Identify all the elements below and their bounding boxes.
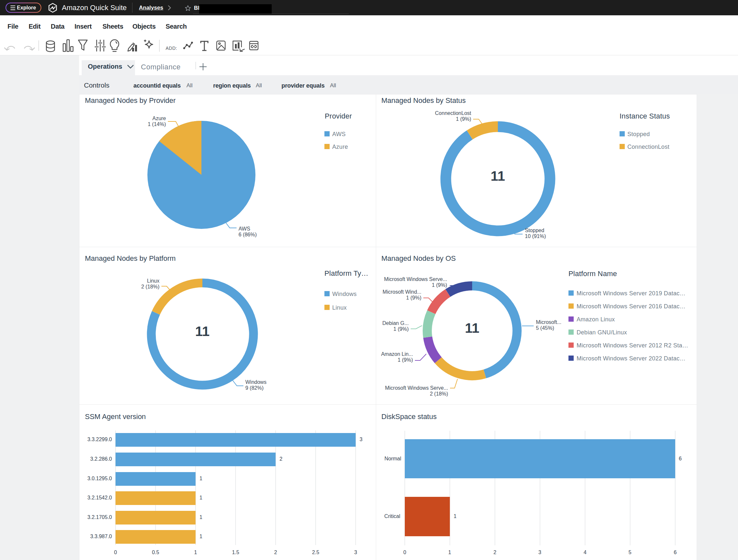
- svg-text:ADD:: ADD:: [165, 46, 177, 51]
